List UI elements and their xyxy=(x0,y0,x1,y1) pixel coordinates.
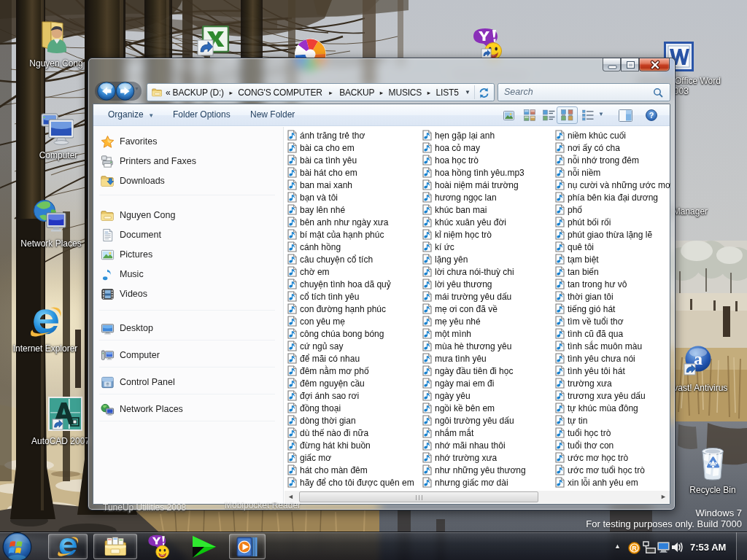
svg-text:?: ? xyxy=(649,111,654,120)
svg-text:R: R xyxy=(632,545,637,552)
